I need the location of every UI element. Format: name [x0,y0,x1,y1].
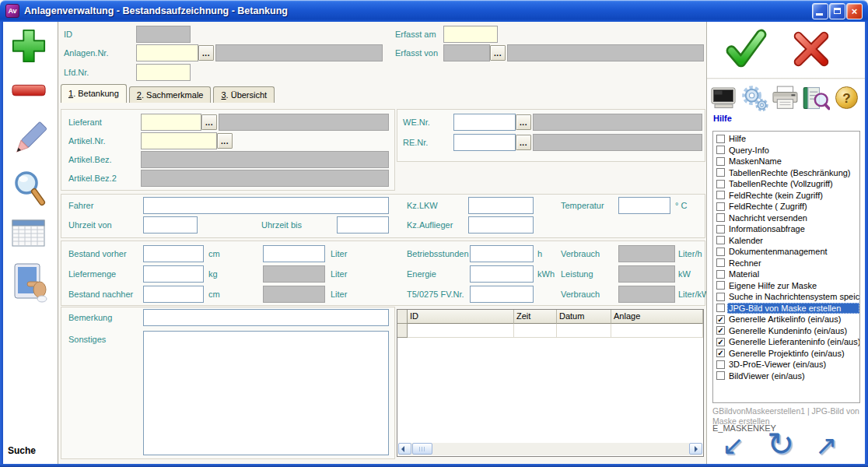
checkbox-icon[interactable] [716,258,725,267]
checkbox-icon[interactable] [716,135,725,143]
help-option-row[interactable]: FeldRechte ( Zugriff) [715,201,859,212]
help-option-row[interactable]: MaskenName [715,156,859,167]
bestand-vorher-field[interactable] [143,245,204,262]
help-option-row[interactable]: Query-Info [715,145,859,156]
checkbox-icon[interactable] [716,304,725,312]
checkbox-icon[interactable] [716,191,725,199]
navigate-back-button[interactable]: ↙ [722,430,744,461]
help-option-row[interactable]: Generelle Lieferanteninfo (ein/aus) [715,336,859,348]
window-titlebar[interactable]: Av Anlagenverwaltung - Bestandsaufzeichn… [0,0,868,22]
grid-column-header[interactable]: Datum [557,310,611,324]
checkbox-icon[interactable] [716,371,725,380]
help-option-row[interactable]: BildViewer (ein/aus) [715,370,859,382]
checkbox-icon[interactable] [716,326,725,335]
checkbox-icon[interactable] [716,360,725,369]
checkbox-icon[interactable] [716,236,725,244]
refresh-button[interactable]: ↻ [767,425,794,463]
kz-lkw-field[interactable] [468,197,534,214]
we-nr-field[interactable] [453,114,516,131]
search-button[interactable] [9,170,48,212]
navigate-forward-button[interactable]: ↗ [815,430,838,461]
help-option-row[interactable]: 3D-ProE-Viewer (ein/aus) [715,359,859,370]
checkbox-icon[interactable] [716,168,725,177]
uhrzeit-von-field[interactable] [143,216,198,234]
lieferant-field[interactable] [141,114,201,131]
help-option-row[interactable]: Material [715,269,859,280]
checkbox-icon[interactable] [716,281,725,290]
artikel-nr-lookup-button[interactable]: ... [217,133,233,149]
lfd-nr-field[interactable] [136,64,191,81]
minimize-button[interactable] [812,3,828,19]
checkbox-icon[interactable] [716,202,725,211]
erfasst-am-field[interactable] [443,26,498,43]
liefermenge-field[interactable] [143,265,204,283]
add-record-button[interactable] [11,28,47,66]
bestand-vorher-liter-field[interactable] [263,245,325,262]
kz-auflieger-field[interactable] [468,216,534,234]
grid-cell[interactable] [557,324,611,338]
help-options-list[interactable]: Hilfe Query-Info MaskenName TabellenRech… [712,131,860,403]
scroll-left-button[interactable] [398,443,411,455]
grid-cell[interactable] [408,324,514,338]
checkbox-icon[interactable] [716,338,725,346]
tab[interactable]: 1. Betankung [61,84,127,103]
close-button[interactable]: × [846,3,863,19]
grid-column-header[interactable]: Anlage [611,310,703,324]
horizontal-scrollbar[interactable] [398,443,702,455]
help-option-row[interactable]: Nachricht versenden [715,212,859,224]
help-option-row[interactable]: TabellenRechte (Beschränkung) [715,167,859,179]
uhrzeit-bis-field[interactable] [337,216,389,234]
tab[interactable]: 2. Sachmerkmale [129,86,212,103]
checkbox-icon[interactable] [716,293,725,301]
checkbox-icon[interactable] [716,180,725,188]
temperatur-field[interactable] [618,197,670,214]
bestand-nachher-field[interactable] [143,286,204,303]
help-option-row[interactable]: Dokumentenmanagement [715,246,859,258]
lieferant-lookup-button[interactable]: ... [201,114,217,130]
checkbox-icon[interactable] [716,213,725,222]
confirm-button[interactable] [723,26,768,74]
erfasst-von-lookup-button[interactable]: ... [490,45,506,61]
checkbox-icon[interactable] [716,157,725,166]
maximize-button[interactable] [829,3,845,19]
scrollbar-thumb[interactable] [412,443,432,455]
help-option-row[interactable]: Suche in Nachrichtensystem speich [715,291,859,303]
remove-record-button[interactable] [11,83,47,102]
t5-fv-nr-field[interactable] [470,286,534,303]
records-grid[interactable]: IDZeitDatumAnlage [397,309,704,457]
help-option-row[interactable]: Rechner [715,258,859,269]
checkbox-icon[interactable] [716,225,725,234]
help-option-row[interactable]: JPG-Bild von Maske erstellen [715,303,859,314]
help-button[interactable]: ? [835,86,858,109]
checkbox-icon[interactable] [716,349,725,357]
grid-column-header[interactable]: ID [408,310,514,324]
checkbox-icon[interactable] [716,146,725,154]
help-option-row[interactable]: Generelle Projektinfo (ein/aus) [715,348,859,360]
help-option-row[interactable]: Informationsabfrage [715,223,859,235]
help-option-row[interactable]: Generelle Artikelinfo (ein/aus) [715,314,859,325]
scroll-right-button[interactable] [689,443,702,455]
preview-search-button[interactable] [802,84,830,114]
touch-select-button[interactable] [12,262,47,309]
checkbox-icon[interactable] [716,270,725,279]
re-nr-field[interactable] [453,134,516,151]
help-option-row[interactable]: TabellenRechte (Vollzugriff) [715,178,859,190]
bemerkung-field[interactable] [143,309,389,326]
artikel-nr-field[interactable] [141,132,217,149]
screen-button[interactable] [710,87,738,111]
table-view-button[interactable] [12,218,46,251]
checkbox-icon[interactable] [716,248,725,256]
tab[interactable]: 3. Übersicht [213,86,275,103]
settings-button[interactable] [740,84,768,114]
print-button[interactable] [771,86,800,113]
fahrer-field[interactable] [143,197,389,214]
grid-column-header[interactable]: Zeit [514,310,557,324]
we-nr-lookup-button[interactable]: ... [516,114,531,130]
grid-cell[interactable] [514,324,557,338]
row-selector-cell[interactable] [397,324,408,338]
checkbox-icon[interactable] [716,315,725,324]
sonstiges-textarea[interactable] [143,331,389,455]
grid-row[interactable] [397,324,703,338]
betriebsstunden-field[interactable] [470,245,534,262]
edit-record-button[interactable] [9,118,48,164]
